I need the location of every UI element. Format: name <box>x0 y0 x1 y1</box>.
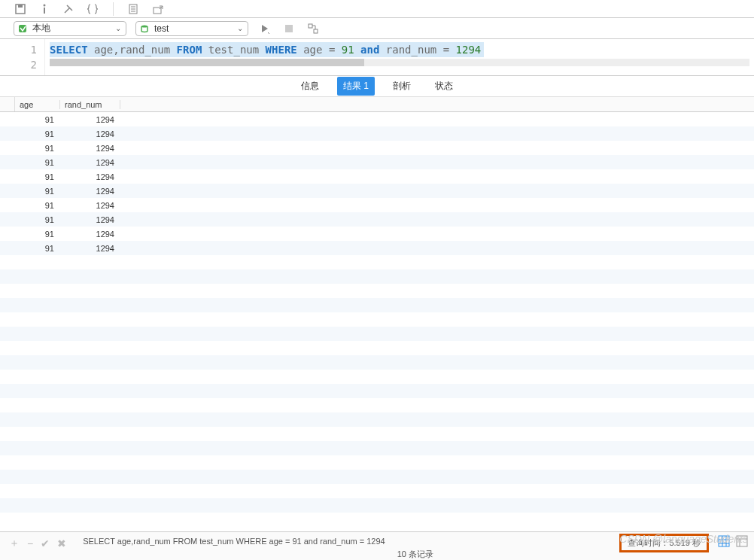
empty-row <box>0 269 754 284</box>
empty-row <box>0 470 754 484</box>
table-row[interactable]: 911294 <box>0 227 754 241</box>
cell-rand-num[interactable]: 1294 <box>60 187 120 196</box>
grid-view-icon[interactable] <box>718 535 730 547</box>
grid-empty-stripes <box>0 255 754 519</box>
svg-rect-14 <box>314 29 318 33</box>
svg-rect-12 <box>285 25 293 32</box>
empty-row <box>0 312 754 327</box>
connection-toolbar: 本地 ⌄ test ⌄ <box>0 18 754 39</box>
main-toolbar <box>0 0 754 18</box>
form-view-icon[interactable] <box>736 535 748 547</box>
cell-rand-num[interactable]: 1294 <box>60 144 120 153</box>
chevron-updown-icon: ⌄ <box>114 24 123 32</box>
braces-icon[interactable] <box>86 2 99 16</box>
table-row[interactable]: 911294 <box>0 169 754 184</box>
status-query-text: SELECT age,rand_num FROM test_num WHERE … <box>83 537 597 546</box>
empty-row <box>0 484 754 498</box>
cell-age[interactable]: 91 <box>15 244 60 253</box>
stop-icon[interactable] <box>281 21 296 36</box>
cell-age[interactable]: 91 <box>15 172 60 181</box>
connection-dropdown[interactable]: 本地 ⌄ <box>14 21 126 36</box>
empty-row <box>0 370 754 384</box>
database-dropdown[interactable]: test ⌄ <box>135 21 248 36</box>
table-row[interactable]: 911294 <box>0 155 754 169</box>
apply-icon[interactable]: ✔ <box>41 537 50 549</box>
database-label: test <box>153 23 233 34</box>
empty-row <box>0 298 754 312</box>
result-grid: age rand_num 911294911294911294911294911… <box>0 97 754 519</box>
cell-age[interactable]: 91 <box>15 187 60 196</box>
col-header-age[interactable]: age <box>15 100 60 109</box>
line-number: 1 <box>0 42 37 57</box>
svg-rect-15 <box>719 536 729 546</box>
cell-rand-num[interactable]: 1294 <box>60 158 120 167</box>
cell-age[interactable]: 91 <box>15 230 60 239</box>
tab-status[interactable]: 状态 <box>429 77 459 96</box>
cell-age[interactable]: 91 <box>15 144 60 153</box>
empty-row <box>0 384 754 398</box>
empty-row <box>0 455 754 470</box>
svg-point-10 <box>141 25 147 27</box>
tab-profile[interactable]: 剖析 <box>387 77 417 96</box>
sql-statement: SELECT age,rand_num FROM test_num WHERE … <box>50 42 484 57</box>
empty-row <box>0 513 754 519</box>
cell-age[interactable]: 91 <box>15 215 60 224</box>
table-row[interactable]: 911294 <box>0 141 754 155</box>
col-header-rand-num[interactable]: rand_num <box>60 100 120 109</box>
cell-age[interactable]: 91 <box>15 115 60 124</box>
run-icon[interactable] <box>257 21 272 36</box>
editor-hscroll[interactable] <box>50 59 749 66</box>
empty-row <box>0 441 754 455</box>
info-icon[interactable] <box>38 2 51 16</box>
line-number: 2 <box>0 57 37 72</box>
export-icon[interactable] <box>151 2 165 16</box>
cell-rand-num[interactable]: 1294 <box>60 115 120 124</box>
cancel-icon[interactable]: ✖ <box>57 537 66 549</box>
cell-age[interactable]: 91 <box>15 158 60 167</box>
empty-row <box>0 498 754 513</box>
table-row[interactable]: 911294 <box>0 212 754 227</box>
line-gutter: 1 2 <box>0 39 45 75</box>
table-row[interactable]: 911294 <box>0 241 754 255</box>
svg-rect-13 <box>309 24 312 28</box>
explain-icon[interactable] <box>306 21 321 36</box>
table-row[interactable]: 911294 <box>0 126 754 141</box>
result-tabs: 信息 结果 1 剖析 状态 <box>0 76 754 97</box>
editor-content[interactable]: SELECT age,rand_num FROM test_num WHERE … <box>45 39 754 75</box>
status-bar: ＋ − ✔ ✖ SELECT age,rand_num FROM test_nu… <box>0 531 754 560</box>
sql-editor[interactable]: 1 2 SELECT age,rand_num FROM test_num WH… <box>0 39 754 76</box>
save-icon[interactable] <box>14 2 27 16</box>
delete-row-icon[interactable]: − <box>27 537 33 549</box>
cell-rand-num[interactable]: 1294 <box>60 244 120 253</box>
cell-rand-num[interactable]: 1294 <box>60 215 120 224</box>
table-row[interactable]: 911294 <box>0 184 754 198</box>
tools-icon[interactable] <box>62 2 75 16</box>
empty-row <box>0 255 754 269</box>
connection-icon <box>17 23 28 34</box>
table-row[interactable]: 911294 <box>0 112 754 126</box>
cell-age[interactable]: 91 <box>15 129 60 138</box>
cell-rand-num[interactable]: 1294 <box>60 230 120 239</box>
grid-body: 9112949112949112949112949112949112949112… <box>0 112 754 255</box>
row-marker-header <box>0 97 15 111</box>
cell-age[interactable]: 91 <box>15 201 60 210</box>
svg-line-11 <box>268 32 269 34</box>
tab-info[interactable]: 信息 <box>295 77 325 96</box>
status-view-icons <box>718 535 748 547</box>
empty-row <box>0 284 754 298</box>
status-actions: ＋ − ✔ ✖ <box>6 535 69 552</box>
empty-row <box>0 327 754 341</box>
empty-row <box>0 398 754 412</box>
svg-point-2 <box>44 4 46 6</box>
cell-rand-num[interactable]: 1294 <box>60 129 120 138</box>
svg-rect-3 <box>44 8 45 14</box>
tab-result[interactable]: 结果 1 <box>337 77 375 96</box>
table-row[interactable]: 911294 <box>0 198 754 212</box>
query-time-box: 查询时间：5.519 秒 <box>619 534 709 552</box>
cell-rand-num[interactable]: 1294 <box>60 201 120 210</box>
add-row-icon[interactable]: ＋ <box>9 537 20 550</box>
cell-rand-num[interactable]: 1294 <box>60 172 120 181</box>
chevron-updown-icon: ⌄ <box>236 24 245 32</box>
status-query-area: SELECT age,rand_num FROM test_num WHERE … <box>69 535 610 560</box>
doc-list-icon[interactable] <box>127 2 141 16</box>
